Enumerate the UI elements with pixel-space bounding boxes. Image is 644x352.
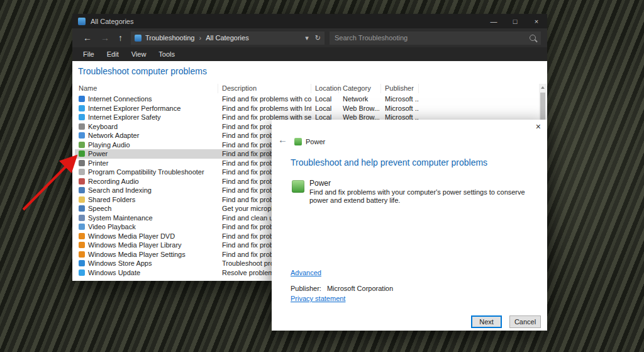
column-header-description[interactable]: Description (218, 84, 311, 93)
chevron-down-icon[interactable]: ▾ (305, 34, 309, 42)
troubleshooter-description: Find and fix problems with your computer… (309, 188, 545, 205)
breadcrumb-root[interactable]: Troubleshooting (145, 34, 194, 42)
advanced-link[interactable]: Advanced (291, 269, 321, 276)
search-icon[interactable] (530, 35, 536, 41)
location-icon (135, 35, 142, 42)
internet-explorer-icon (79, 105, 85, 111)
search-placeholder: Search Troubleshooting (335, 34, 408, 42)
next-button[interactable]: Next (471, 315, 502, 328)
back-icon[interactable]: ← (79, 33, 96, 43)
item-description: Find and fix problems with conne... (222, 94, 311, 104)
navigation-toolbar: ← → ↑ Troubleshooting › All Categories ▾… (72, 28, 547, 47)
item-description: Find and fix problems with Intern... (222, 104, 311, 113)
internet-explorer-icon (79, 114, 85, 120)
publisher-label: Publisher: (291, 285, 321, 292)
column-headers: Name Description Location Category Publi… (75, 84, 538, 94)
annotation-arrow (16, 151, 85, 217)
search-input[interactable]: Search Troubleshooting (330, 31, 541, 45)
breadcrumb-current[interactable]: All Categories (206, 34, 248, 42)
column-header-location[interactable]: Location (311, 84, 339, 93)
globe-icon (79, 96, 85, 102)
item-name: Windows Media Player Settings (88, 250, 186, 259)
dialog-heading: Troubleshoot and help prevent computer p… (291, 157, 487, 167)
scrollbar-up-icon[interactable] (539, 84, 547, 91)
publisher-value: Microsoft Corporation (327, 285, 393, 292)
item-name: Windows Media Player DVD (88, 232, 175, 241)
power-troubleshooter-dialog: × ← Power Troubleshoot and help prevent … (272, 120, 547, 331)
address-bar[interactable]: Troubleshooting › All Categories ▾ ↻ (131, 31, 325, 45)
item-name: Power (88, 149, 108, 159)
list-item[interactable]: Internet Explorer PerformanceFind and fi… (75, 104, 538, 113)
menu-file[interactable]: File (77, 50, 101, 58)
item-name: Internet Explorer Safety (88, 113, 161, 122)
item-publisher: Microsoft ... (385, 104, 419, 113)
update-icon (79, 270, 85, 276)
close-button[interactable]: × (526, 14, 547, 28)
maximize-button[interactable]: □ (504, 14, 526, 28)
item-category: Network (343, 94, 379, 104)
item-name: System Maintenance (88, 213, 153, 223)
troubleshooter-name: Power (309, 179, 331, 188)
title-bar[interactable]: All Categories — □ × (72, 14, 547, 28)
item-name: Speech (88, 204, 111, 213)
speaker-icon (79, 142, 85, 148)
item-name: Recording Audio (88, 177, 139, 186)
menu-tools[interactable]: Tools (152, 50, 181, 58)
item-name: Internet Explorer Performance (88, 104, 180, 113)
column-header-category[interactable]: Category (339, 84, 381, 93)
item-location: Local (315, 104, 339, 113)
menu-bar: File Edit View Tools (72, 47, 547, 61)
privacy-statement-link[interactable]: Privacy statement (291, 295, 345, 302)
media-player-icon (79, 233, 85, 239)
video-icon (79, 224, 85, 230)
network-adapter-icon (79, 132, 85, 139)
menu-edit[interactable]: Edit (101, 50, 125, 58)
window-title: All Categories (91, 18, 133, 25)
menu-view[interactable]: View (125, 50, 153, 58)
column-header-name[interactable]: Name (75, 84, 218, 93)
power-icon (294, 138, 302, 145)
publisher-row: Publisher:Microsoft Corporation (291, 285, 393, 292)
item-name: Printer (88, 159, 108, 168)
cancel-button[interactable]: Cancel (509, 315, 541, 328)
minimize-button[interactable]: — (483, 14, 504, 28)
item-name: Keyboard (88, 122, 118, 132)
item-name: Internet Connections (88, 94, 152, 104)
item-name: Playing Audio (88, 140, 130, 150)
refresh-icon[interactable]: ↻ (315, 34, 321, 42)
media-player-icon (79, 242, 85, 248)
item-category: Web Brow... (343, 104, 379, 113)
item-name: Windows Store Apps (88, 259, 152, 268)
back-icon[interactable]: ← (278, 134, 287, 145)
window-controls: — □ × (483, 14, 547, 28)
list-item[interactable]: Internet ConnectionsFind and fix problem… (75, 94, 538, 104)
close-icon[interactable]: × (536, 122, 541, 132)
media-player-icon (79, 251, 85, 258)
item-publisher: Microsoft ... (385, 94, 419, 104)
item-name: Program Compatibility Troubleshooter (88, 167, 204, 177)
forward-icon[interactable]: → (96, 33, 114, 43)
item-name: Video Playback (88, 222, 136, 232)
keyboard-icon (79, 123, 85, 130)
item-name: Windows Update (88, 268, 140, 278)
dialog-title: Power (306, 138, 325, 145)
item-name: Search and Indexing (88, 186, 152, 195)
breadcrumb-separator: › (194, 34, 206, 42)
store-icon (79, 260, 85, 266)
app-icon (78, 18, 86, 25)
up-icon[interactable]: ↑ (114, 33, 127, 43)
item-name: Windows Media Player Library (88, 241, 182, 250)
column-header-publisher[interactable]: Publisher (381, 84, 419, 93)
item-name: Shared Folders (88, 195, 135, 205)
item-name: Network Adapter (88, 131, 139, 140)
page-title: Troubleshoot computer problems (78, 66, 207, 76)
item-location: Local (315, 94, 339, 104)
power-troubleshooter-icon (292, 180, 304, 193)
